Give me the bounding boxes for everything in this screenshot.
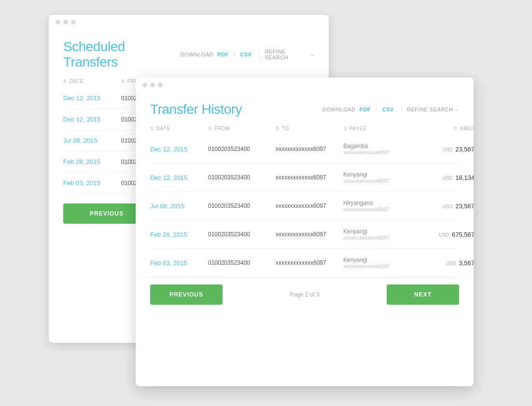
refine-search-button-front[interactable]: REFINE SEARCH ⌄ — [402, 107, 459, 112]
col-to: ⇅ TO — [276, 126, 343, 131]
table-row: Feb 28, 2015 0100203523400 xxxxxxxxxxxxx… — [150, 220, 459, 249]
front-footer: PREVIOUS Page 2 of 3 NEXT — [136, 277, 474, 311]
table-row: Dec 12, 2015 0100203523400 xxxxxxxxxxxxx… — [150, 163, 459, 192]
cell-from: 0100203523400 — [208, 174, 276, 181]
cell-amount: USD 18,134,00 — [420, 174, 474, 181]
payee-name: Bagamba — [343, 143, 420, 149]
table-row: Dec 12, 2015 0100203523400 xxxxxxxxxxxxx… — [150, 135, 459, 163]
usd-label: USD — [446, 261, 456, 266]
usd-label: USD — [442, 147, 452, 152]
sort-icon[interactable]: ⇅ — [208, 126, 212, 131]
titlebar-back — [49, 15, 329, 29]
cell-to: xxxxxxxxxxxxx6097 — [276, 146, 343, 152]
previous-button-front[interactable]: PREVIOUS — [150, 284, 223, 305]
cell-from: 0100203523400 — [208, 203, 276, 209]
front-header-actions: DOWNLOAD PDF / CSV REFINE SEARCH ⌄ — [322, 107, 459, 112]
col-date: ⇅ DATE — [150, 126, 208, 131]
col-payee: ⇅ PAYEE — [343, 126, 420, 131]
cell-amount: USD 675,567,00 — [420, 231, 474, 238]
cell-date[interactable]: Feb 28, 2015 — [150, 231, 208, 238]
chevron-down-icon: ⌄ — [310, 52, 315, 57]
col-amount: ⇅ AMOUNT — [420, 126, 474, 131]
chevron-down-icon-front: ⌄ — [455, 107, 460, 112]
cell-from: 0100203523400 — [208, 259, 276, 266]
cell-payee: Hiryangana xxxxxxxxxxxxx6097 — [343, 200, 420, 212]
cell-date[interactable]: Feb 03, 2015 — [63, 179, 121, 187]
dot-yellow — [150, 82, 155, 87]
divider-front: / — [376, 107, 378, 112]
col-header-date: ⇅ DATE — [63, 79, 121, 84]
sort-icon-date[interactable]: ⇅ — [63, 79, 68, 84]
cell-payee: Kenyangi xxxxxxxxxxxxx6097 — [343, 257, 420, 269]
usd-label: USD — [442, 204, 452, 209]
csv-link-front[interactable]: CSV — [382, 107, 394, 112]
next-button[interactable]: NEXT — [387, 284, 459, 305]
cell-payee: Kenyangi xxxxxxxxxxxxx6097 — [343, 228, 420, 241]
cell-to: xxxxxxxxxxxxx6097 — [276, 231, 343, 238]
dot-yellow — [63, 20, 68, 25]
divider: / — [234, 52, 236, 57]
dot-red — [56, 20, 60, 25]
pdf-link-front[interactable]: PDF — [360, 107, 371, 112]
front-table-header: ⇅ DATE ⇅ FROM ⇅ TO ⇅ PAYEE ⇅ AMOUNT — [150, 122, 459, 135]
cell-date[interactable]: Jul 08, 2015 — [63, 137, 121, 144]
download-label-front: DOWNLOAD — [322, 107, 356, 112]
dot-green — [158, 82, 163, 87]
cell-date[interactable]: Dec 12, 2015 — [63, 116, 121, 123]
cell-date[interactable]: Feb 03, 2015 — [150, 259, 208, 267]
cell-date[interactable]: Feb 28, 2015 — [63, 158, 121, 165]
payee-acct: xxxxxxxxxxxxx6097 — [343, 235, 420, 241]
cell-amount: USD 23,567,00 — [420, 146, 474, 153]
sort-icon-from[interactable]: ⇅ — [121, 79, 126, 84]
sort-icon[interactable]: ⇅ — [150, 126, 154, 131]
cell-to: xxxxxxxxxxxxx6097 — [276, 203, 343, 209]
dot-red — [142, 82, 147, 87]
cell-date[interactable]: Jul 08, 2015 — [150, 203, 208, 210]
cell-from: 0100203523400 — [208, 231, 276, 238]
sort-icon[interactable]: ⇅ — [343, 126, 348, 131]
cell-date[interactable]: Dec 12, 2015 — [150, 174, 208, 181]
page-title: Scheduled Transfers — [63, 39, 180, 70]
dot-green — [71, 20, 76, 25]
cell-date[interactable]: Dec 12, 2015 — [63, 95, 121, 102]
payee-name: Kenyangi — [343, 228, 420, 235]
col-from: ⇅ FROM — [208, 126, 276, 131]
cell-to: xxxxxxxxxxxxx6097 — [276, 174, 343, 181]
usd-label: USD — [442, 176, 452, 181]
transfer-history-window: Transfer History DOWNLOAD PDF / CSV REFI… — [136, 78, 474, 386]
header-actions: DOWNLOAD PDF / CSV REFINE SEARCH ⌄ — [180, 49, 314, 60]
usd-label: USD — [439, 232, 449, 238]
front-table: ⇅ DATE ⇅ FROM ⇅ TO ⇅ PAYEE ⇅ AMOUNT — [136, 122, 474, 277]
payee-name: Kenyangi — [343, 257, 420, 263]
titlebar-front — [136, 78, 474, 92]
cell-payee: Bagamba xxxxxxxxxxxxx6097 — [343, 143, 420, 155]
payee-acct: xxxxxxxxxxxxx6097 — [343, 149, 420, 155]
back-window-header: Scheduled Transfers DOWNLOAD PDF / CSV R… — [49, 29, 329, 75]
payee-acct: xxxxxxxxxxxxx6097 — [343, 178, 420, 184]
cell-payee: Kenyangi xxxxxxxxxxxxx6097 — [343, 171, 420, 184]
sort-icon[interactable]: ⇅ — [454, 126, 458, 131]
sort-icon[interactable]: ⇅ — [276, 126, 280, 131]
transfer-history-title: Transfer History — [150, 102, 242, 117]
payee-name: Kenyangi — [343, 171, 420, 178]
pdf-link[interactable]: PDF — [217, 52, 229, 57]
cell-amount: USD 3,567,00 — [420, 259, 474, 267]
cell-date[interactable]: Dec 12, 2015 — [150, 146, 208, 153]
front-window-header: Transfer History DOWNLOAD PDF / CSV REFI… — [136, 92, 474, 122]
csv-link[interactable]: CSV — [240, 52, 252, 57]
table-row: Jul 08, 2015 0100203523400 xxxxxxxxxxxxx… — [150, 192, 459, 220]
cell-from: 0100203523400 — [208, 146, 276, 152]
download-label: DOWNLOAD — [180, 52, 213, 57]
payee-acct: xxxxxxxxxxxxx6097 — [343, 206, 420, 212]
payee-acct: xxxxxxxxxxxxx6097 — [343, 263, 420, 269]
cell-amount: USD 23,567,00 — [420, 203, 474, 210]
refine-search-button[interactable]: REFINE SEARCH ⌄ — [259, 49, 314, 60]
payee-name: Hiryangana — [343, 200, 420, 206]
page-info: Page 2 of 3 — [290, 291, 319, 298]
cell-to: xxxxxxxxxxxxx6097 — [276, 259, 343, 266]
table-row: Feb 03, 2015 0100203523400 xxxxxxxxxxxxx… — [150, 249, 459, 277]
